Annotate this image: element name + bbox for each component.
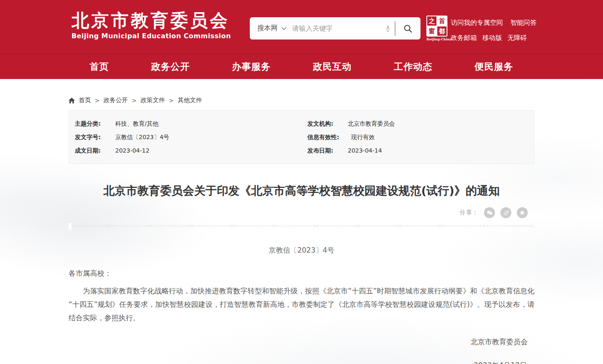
meta-label: 成文日期:: [75, 147, 115, 155]
link-mobile-version[interactable]: 移动版: [482, 34, 502, 42]
nav-item-services[interactable]: 办事服务: [232, 61, 271, 73]
divider-notch: [69, 223, 71, 229]
link-smart-qa[interactable]: 智能问答: [510, 18, 537, 27]
breadcrumb-home[interactable]: 首页: [79, 96, 91, 104]
site-name: 北京市教育委员会: [71, 11, 231, 30]
link-my-space[interactable]: 访问我的专属空间: [451, 18, 503, 27]
meta-value: 现行有效: [351, 133, 375, 141]
nav-item-convenience[interactable]: 便民服务: [475, 61, 513, 73]
main-content: 首页 > 政务公开 > 政策文件 > 其他文件 主题分类: 科技、教育/其他 发…: [69, 96, 534, 364]
seal-char: 窗: [427, 26, 436, 36]
meta-value: 科技、教育/其他: [115, 120, 159, 128]
meta-row-written-date: 成文日期: 2023-04-12: [69, 144, 302, 157]
header-quick-links: 访问我的专属空间 智能问答 政务邮箱 移动版 无障碍: [451, 18, 537, 42]
meta-label: 发文机构:: [307, 120, 348, 128]
nav-item-home[interactable]: 首页: [90, 61, 109, 73]
seal-char: 首: [437, 16, 447, 26]
breadcrumb-separator: >: [95, 97, 100, 104]
meta-row-validity: 信息有效性: 现行有效: [302, 130, 534, 144]
meta-value: 北京市教育委员会: [348, 120, 395, 128]
meta-row-topic: 主题分类: 科技、教育/其他: [69, 117, 302, 130]
nav-item-gov-disclosure[interactable]: 政务公开: [151, 61, 190, 73]
salutation: 各市属高校：: [69, 269, 534, 278]
meta-label: 信息有效性:: [307, 133, 351, 141]
page-title: 北京市教育委员会关于印发《北京市高等学校智慧校园建设规范(试行)》的通知: [69, 184, 534, 198]
wechat-share-icon[interactable]: [484, 207, 495, 218]
capital-window-seal-icon: 之 首 窗 都: [426, 16, 447, 37]
breadcrumb-other-files[interactable]: 其他文件: [177, 96, 202, 104]
primary-nav: 首页 政务公开 办事服务 政民互动 工作动态 便民服务: [0, 54, 603, 79]
meta-label: 主题分类:: [75, 120, 115, 128]
capital-window-caption: Beijing-China: [426, 37, 448, 41]
search-button[interactable]: [395, 17, 421, 40]
breadcrumb-separator: >: [132, 97, 137, 104]
document-number: 京教信〔2023〕4号: [69, 245, 534, 255]
site-name-english: Beijing Municipal Education Commission: [71, 32, 231, 40]
search-bar: 搜本网: [250, 17, 421, 40]
search-input[interactable]: [292, 24, 381, 32]
meta-value: 京教信〔2023〕4号: [115, 133, 169, 141]
meta-row-issuing-org: 发文机构: 北京市教育委员会: [302, 117, 534, 130]
site-logo[interactable]: 北京市教育委员会 Beijing Municipal Education Com…: [71, 11, 231, 40]
nav-item-work-news[interactable]: 工作动态: [394, 61, 432, 73]
article-paragraph: 为落实国家教育数字化战略行动，加快推进教育数字转型和智能升级，按照《北京市“十四…: [69, 284, 534, 324]
home-icon: [69, 98, 75, 103]
meta-value: 2023-04-12: [115, 147, 149, 155]
meta-label: 发布日期:: [307, 147, 348, 155]
signature-date: 2023年4月12日: [69, 361, 534, 364]
breadcrumb-gov-disclosure[interactable]: 政务公开: [103, 96, 128, 104]
site-header: 北京市教育委员会 Beijing Municipal Education Com…: [0, 0, 603, 54]
search-scope-label: 搜本网: [257, 24, 278, 33]
document-meta-box: 主题分类: 科技、教育/其他 发文机构: 北京市教育委员会 发文字号: 京教信〔…: [69, 110, 534, 164]
search-scope-dropdown[interactable]: 搜本网: [250, 24, 292, 33]
meta-row-doc-number: 发文字号: 京教信〔2023〕4号: [69, 130, 302, 144]
microphone-icon[interactable]: [381, 24, 395, 34]
nav-item-interaction[interactable]: 政民互动: [313, 61, 352, 73]
share-label: 分享：: [460, 209, 479, 216]
share-row: 分享：: [69, 207, 534, 218]
seal-char: 之: [427, 16, 436, 26]
seal-char: 都: [437, 26, 447, 36]
capital-window-logo[interactable]: 之 首 窗 都 Beijing-China: [426, 16, 448, 41]
link-accessibility[interactable]: 无障碍: [508, 34, 527, 42]
link-gov-mailbox[interactable]: 政务邮箱: [451, 34, 477, 42]
signature-org: 北京市教育委员会: [69, 337, 534, 347]
meta-row-publish-date: 发布日期: 2023-04-14: [302, 144, 534, 157]
qzone-share-icon[interactable]: [517, 207, 528, 218]
breadcrumb-policy-files[interactable]: 政策文件: [140, 96, 165, 104]
breadcrumb: 首页 > 政务公开 > 政策文件 > 其他文件: [69, 96, 534, 104]
meta-label: 发文字号:: [75, 133, 115, 141]
search-icon: [403, 24, 413, 34]
weibo-share-icon[interactable]: [500, 207, 511, 218]
breadcrumb-separator: >: [169, 97, 174, 104]
section-divider: [69, 225, 534, 227]
meta-value: 2023-04-14: [348, 147, 382, 155]
chevron-down-icon: [281, 27, 286, 30]
